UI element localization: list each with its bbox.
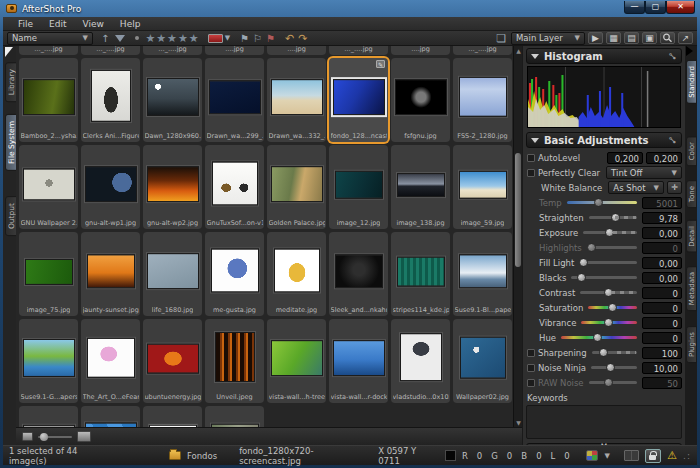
thumbnail-cell[interactable]: Dawn_1280x960.jpg — [143, 58, 202, 142]
thumbnail-image[interactable] — [25, 259, 73, 285]
thumbnail-image[interactable] — [459, 171, 507, 199]
histogram-header[interactable]: Histogram ⊶ — [526, 48, 682, 64]
eyedropper-button[interactable]: ✛ — [667, 181, 682, 194]
sort-direction-icon[interactable]: ↑ — [101, 32, 109, 45]
panel-tab-tone[interactable]: Tone — [686, 180, 697, 208]
noise-ninja-checkbox[interactable] — [527, 364, 535, 372]
adjustment-value[interactable]: 0 — [642, 242, 682, 254]
thumbnail-image[interactable] — [271, 79, 323, 115]
slider-handle[interactable] — [604, 288, 613, 297]
panel-tab-metadata[interactable]: Metadata — [686, 266, 697, 311]
adjustment-value[interactable]: 0,00 — [642, 257, 682, 269]
thumbnail-image[interactable] — [333, 340, 385, 376]
current-folder[interactable]: Fondos — [187, 451, 217, 461]
white-balance-dropdown[interactable]: As Shot▼ — [608, 181, 664, 194]
thumbnail-image[interactable] — [333, 79, 385, 115]
basic-adjustments-header[interactable]: Basic Adjustments ⊶ — [526, 132, 682, 148]
resize-grip[interactable]: .: — [683, 451, 691, 461]
slider-handle[interactable] — [604, 318, 613, 327]
large-thumbnail-icon[interactable] — [77, 431, 91, 442]
thumbnail-cell[interactable]: …_….jpg — [453, 46, 512, 55]
thumbnail-image[interactable] — [271, 166, 323, 202]
slider-track[interactable] — [581, 321, 637, 324]
adjustment-value[interactable]: 10,00 — [642, 362, 682, 374]
thumbnail-cell[interactable]: vista-wall...h-tree.jpg — [267, 319, 326, 403]
no-rating-dot-icon[interactable] — [135, 36, 139, 40]
scroll-up-icon[interactable]: ▲ — [514, 46, 522, 55]
slider-handle[interactable] — [606, 363, 615, 372]
slider-track[interactable] — [580, 291, 637, 294]
adjustment-value[interactable]: 0,00 — [642, 227, 682, 239]
keywords-input[interactable] — [526, 405, 682, 439]
perfectly-clear-dropdown[interactable]: Tint Off▼ — [606, 166, 682, 179]
menu-help[interactable]: Help — [113, 18, 148, 30]
slider-handle[interactable] — [605, 228, 614, 237]
thumbnail-image[interactable] — [459, 77, 507, 117]
thumbnail-cell[interactable]: …_….jpg — [81, 46, 140, 55]
thumbnail-cell[interactable]: …_….jpg — [19, 46, 78, 55]
thumbnail-image[interactable] — [397, 173, 445, 197]
pin-icon[interactable]: ⊶ — [666, 133, 679, 146]
thumbnail-size-slider[interactable] — [38, 436, 72, 438]
thumbnail-image[interactable] — [23, 339, 75, 377]
adjustment-value[interactable]: 0 — [642, 332, 682, 344]
thumbnail-cell[interactable]: fsfgnu.jpg — [391, 58, 450, 142]
thumbnail-cell[interactable]: Drawn_wa...299_.jpg — [205, 58, 264, 142]
thumbnail-cell[interactable]: Drawn_wa...332_.jpg — [267, 58, 326, 142]
thumbnail-image[interactable] — [335, 171, 383, 199]
lock-button[interactable] — [645, 449, 662, 463]
rotate-right-icon[interactable]: ↷ — [298, 32, 307, 45]
menu-view[interactable]: View — [76, 18, 111, 30]
adjustment-value[interactable]: 100 — [642, 347, 682, 359]
adjustment-value[interactable]: 5001 — [642, 197, 682, 209]
close-button[interactable]: ✕ — [666, 1, 695, 14]
thumbnail-image[interactable] — [395, 79, 447, 115]
slider-track[interactable] — [567, 201, 637, 204]
small-thumbnail-icon[interactable] — [22, 432, 33, 441]
flag-reject-icon[interactable]: ⚑ — [266, 32, 275, 45]
thumbnail-cell[interactable]: …_….jpg — [143, 46, 202, 55]
thumbnail-image[interactable] — [400, 333, 442, 381]
slider-track[interactable] — [589, 216, 637, 219]
star-rating-filter[interactable]: ★★★★★ — [145, 32, 199, 45]
thumbnail-cell[interactable]: Bamboo_2...ysha.jpg — [19, 58, 78, 142]
thumbnail-image[interactable] — [271, 340, 323, 376]
thumbnail-cell[interactable]: …_….jpg — [329, 46, 388, 55]
layer-dropdown[interactable]: Main Layer▼ — [511, 32, 585, 45]
thumbnail-cell[interactable]: image_12.jpg — [329, 145, 388, 229]
thumbnail-cell[interactable]: image_75.jpg — [19, 232, 78, 316]
autolevel-value-1[interactable]: 0,200 — [607, 152, 643, 164]
thumbnail-image[interactable] — [87, 338, 135, 378]
thumbnail-cell[interactable]: The_Art_O...eFear.jpg — [81, 319, 140, 403]
thumbnail-image[interactable] — [85, 166, 137, 202]
thumbnail-cell[interactable]: ….jpg — [391, 46, 450, 55]
flag-pick-icon[interactable]: ⚑ — [240, 32, 249, 45]
panel-tab-color[interactable]: Color — [686, 136, 697, 166]
adjustment-value[interactable]: 50 — [642, 377, 682, 389]
filter-funnel-icon[interactable] — [115, 35, 125, 42]
adjustment-value[interactable]: 0 — [642, 317, 682, 329]
panel-collapse-arrow-icon[interactable] — [686, 46, 693, 56]
collapse-icon[interactable] — [531, 138, 539, 143]
thumbnail-cell[interactable]: Golden Palace.jpg — [267, 145, 326, 229]
menu-file[interactable]: File — [11, 18, 40, 30]
thumbnail-view-icon[interactable]: ▤ — [624, 32, 639, 44]
fullscreen-icon[interactable]: ↗ — [678, 32, 693, 44]
slider-handle[interactable] — [611, 213, 620, 222]
chevron-down-icon[interactable]: ▼ — [604, 452, 609, 460]
thumbnail-cell[interactable]: vista-wall...r-dock.jpg — [329, 319, 388, 403]
scroll-down-icon[interactable]: ▼ — [514, 418, 522, 427]
slider-track[interactable] — [561, 336, 637, 339]
thumbnail-cell[interactable]: ….jpg — [205, 46, 264, 55]
thumbnail-cell[interactable]: ….jpg — [267, 46, 326, 55]
adjustment-value[interactable]: 0 — [642, 287, 682, 299]
layers-icon[interactable]: ❏ — [496, 32, 506, 45]
thumbnail-cell[interactable]: jaunty-sunset.jpg — [81, 232, 140, 316]
rotate-left-icon[interactable]: ↶ — [285, 32, 294, 45]
thumbnail-image[interactable] — [274, 248, 320, 292]
thumbnail-image[interactable] — [91, 70, 131, 122]
thumbnail-image[interactable] — [147, 78, 199, 116]
thumbnail-cell[interactable]: Suse9.1-G...apers.jpg — [19, 319, 78, 403]
thumbnail-cell[interactable]: me-gusta.jpg — [205, 232, 264, 316]
slider-track[interactable] — [591, 366, 637, 369]
